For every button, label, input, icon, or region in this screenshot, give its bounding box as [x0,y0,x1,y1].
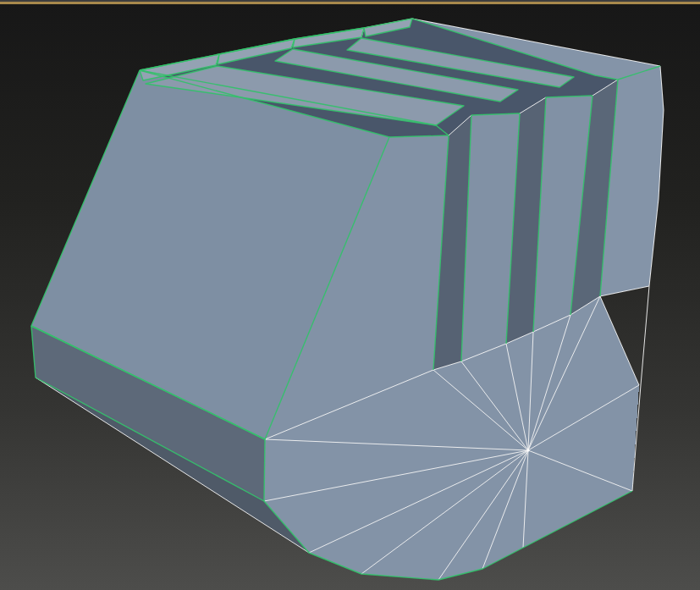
viewport-canvas[interactable] [0,0,700,590]
viewport-background [0,0,700,590]
toolbar-divider-gold-line [0,2,700,4]
fan-center-vertex[interactable] [526,449,529,451]
